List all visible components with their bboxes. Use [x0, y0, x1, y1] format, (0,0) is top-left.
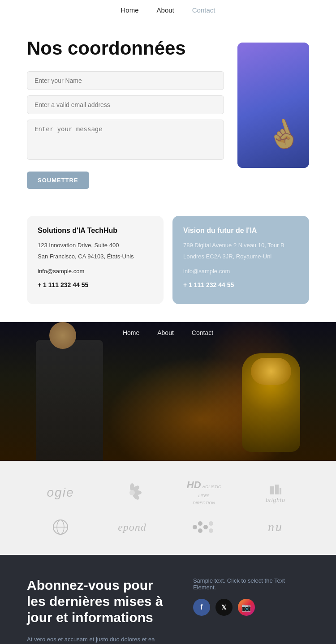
svg-rect-6	[275, 485, 279, 494]
instagram-icon[interactable]: 📷	[238, 599, 255, 616]
email-input[interactable]	[27, 95, 224, 114]
card-2-phone: + 1 111 232 44 55	[183, 280, 298, 290]
partner-logo-flower	[122, 483, 142, 502]
card-1-title: Solutions d'IA TechHub	[38, 227, 153, 235]
top-navigation: Home About Contact	[0, 0, 336, 20]
partner-logo-circle	[51, 517, 70, 537]
twitter-symbol: 𝕏	[221, 604, 226, 611]
nav-home[interactable]: Home	[121, 6, 139, 14]
name-input[interactable]	[27, 71, 224, 90]
nav-contact[interactable]: Contact	[192, 6, 215, 14]
hero-section: Nos coordonnées SOUMETTRE	[0, 20, 336, 207]
footer-inner: Abonnez-vous pour les dernières mises à …	[27, 577, 309, 644]
svg-rect-7	[280, 488, 281, 494]
svg-point-16	[209, 528, 213, 533]
footer-right: Sample text. Click to select the Text El…	[193, 577, 309, 627]
svg-point-11	[193, 525, 197, 529]
card-1-address1: 123 Innovation Drive, Suite 400	[38, 241, 153, 250]
partners-section: ogie HDHOLISTICLIFESDIRECTION brighto	[0, 461, 336, 555]
overlay-nav-about[interactable]: About	[157, 329, 174, 336]
partner-logo-hd: HDHOLISTICLIFESDIRECTION	[187, 479, 221, 507]
contact-cards-section: Solutions d'IA TechHub 123 Innovation Dr…	[0, 207, 336, 322]
name-field-group	[27, 71, 224, 90]
card-1-email: info@sample.com	[38, 267, 153, 276]
footer-section: Abonnez-vous pour les dernières mises à …	[0, 555, 336, 644]
instagram-symbol: 📷	[241, 603, 251, 612]
partner-logo-nu: nu	[268, 520, 283, 534]
submit-button[interactable]: SOUMETTRE	[27, 172, 89, 189]
ai-scene-person	[36, 340, 103, 461]
svg-point-13	[203, 525, 208, 529]
footer-heading: Abonnez-vous pour les dernières mises à …	[27, 577, 166, 626]
svg-point-15	[209, 521, 213, 526]
facebook-icon[interactable]: f	[193, 599, 210, 616]
card-2-address2: Londres EC2A 3JR, Royaume-Uni	[183, 252, 298, 262]
partner-logo-dots	[190, 517, 217, 537]
overlay-navigation: Home About Contact	[0, 322, 336, 343]
partner-logo-epond: epond	[118, 521, 146, 533]
contact-card-1: Solutions d'IA TechHub 123 Innovation Dr…	[27, 216, 164, 304]
card-2-title: Vision du futur de l'IA	[183, 227, 298, 235]
social-icons-group: f 𝕏 📷	[193, 599, 309, 616]
message-field-group	[27, 120, 224, 162]
footer-body-text: At vero eos et accusam et justo duo dolo…	[27, 635, 166, 644]
hero-fullwidth-image: Home About Contact	[0, 322, 336, 461]
footer-sample-text: Sample text. Click to select the Text El…	[193, 577, 309, 591]
facebook-symbol: f	[201, 603, 203, 612]
svg-point-14	[198, 528, 202, 533]
ai-hand-visual	[237, 43, 309, 168]
nav-about[interactable]: About	[157, 6, 174, 14]
email-field-group	[27, 95, 224, 114]
card-1-phone: + 1 111 232 44 55	[38, 280, 153, 290]
overlay-nav-home[interactable]: Home	[123, 329, 139, 336]
twitter-icon[interactable]: 𝕏	[215, 599, 233, 616]
partner-logo-ogie: ogie	[47, 485, 74, 500]
partners-grid: ogie HDHOLISTICLIFESDIRECTION brighto	[27, 479, 309, 537]
card-2-address1: 789 Digital Avenue ? Niveau 10, Tour B	[183, 241, 298, 250]
overlay-nav-contact[interactable]: Contact	[192, 329, 213, 336]
contact-card-2: Vision du futur de l'IA 789 Digital Aven…	[172, 216, 309, 304]
page-title: Nos coordonnées	[27, 38, 224, 59]
ai-scene-robot	[242, 353, 300, 452]
hero-form-area: Nos coordonnées SOUMETTRE	[27, 38, 224, 189]
svg-point-12	[198, 521, 202, 526]
partner-logo-brighto: brighto	[266, 482, 285, 503]
svg-rect-5	[270, 486, 274, 494]
footer-left: Abonnez-vous pour les dernières mises à …	[27, 577, 166, 644]
message-input[interactable]	[27, 120, 224, 160]
hero-image	[237, 43, 309, 168]
card-1-address2: San Francisco, CA 94103, États-Unis	[38, 252, 153, 262]
svg-point-4	[129, 490, 135, 495]
card-2-email: info@sample.com	[183, 267, 298, 276]
